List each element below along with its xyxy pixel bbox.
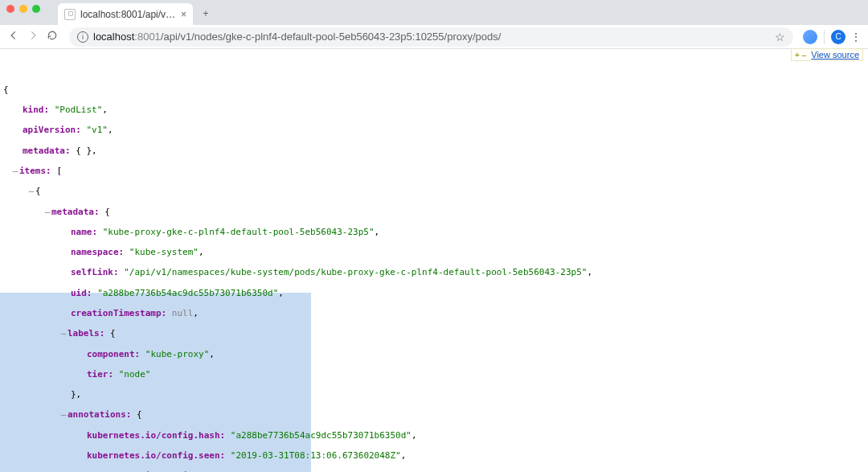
bookmark-star-icon[interactable]: ☆ [775,31,785,43]
browser-tab[interactable]: localhost:8001/api/v1/nodes/gk × [58,3,193,25]
tab-strip: localhost:8001/api/v1/nodes/gk × + [0,0,868,25]
window-traffic-lights[interactable] [6,5,40,13]
extension-icon[interactable] [803,30,817,44]
json-content[interactable]: { kind: "PodList", apiVersion: "v1", met… [0,85,868,472]
window-maximize-button[interactable] [32,5,40,13]
json-viewer[interactable]: { kind: "PodList", apiVersion: "v1", met… [0,50,868,472]
tab-title: localhost:8001/api/v1/nodes/gk [80,9,176,20]
new-tab-button[interactable]: + [196,4,215,23]
tab-favicon [64,9,76,20]
profile-avatar[interactable]: C [831,30,845,44]
tab-close-icon[interactable]: × [181,9,186,20]
browser-toolbar: i localhost:8001/api/v1/nodes/gke-c-plnf… [0,25,868,49]
window-close-button[interactable] [6,5,14,13]
url-text: localhost:8001/api/v1/nodes/gke-c-plnf4-… [93,31,501,43]
reload-button[interactable] [45,30,59,43]
address-bar[interactable]: i localhost:8001/api/v1/nodes/gke-c-plnf… [69,27,793,47]
back-button[interactable] [6,30,21,43]
toolbar-separator [824,30,825,44]
site-info-icon[interactable]: i [77,31,88,43]
browser-menu-icon[interactable]: ⋮ [850,31,862,43]
window-minimize-button[interactable] [19,5,27,13]
forward-button [26,30,40,43]
